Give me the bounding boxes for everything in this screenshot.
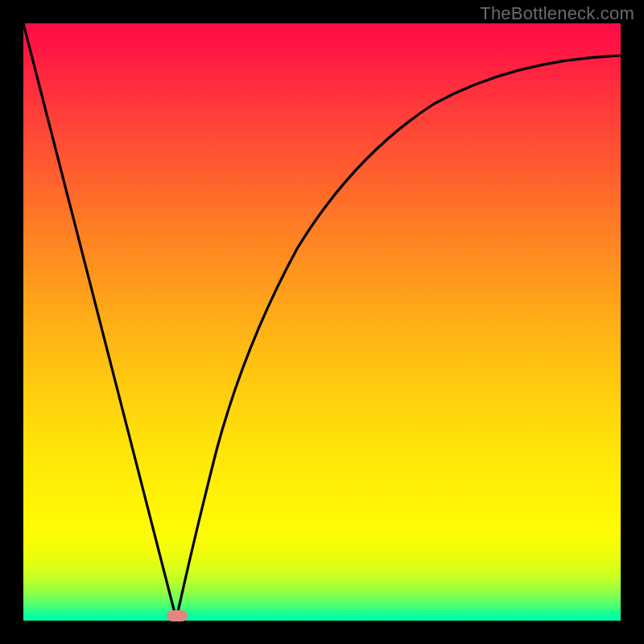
curve-right-branch — [176, 56, 621, 619]
watermark-text: TheBottleneck.com — [480, 3, 634, 24]
bottleneck-curve — [23, 23, 621, 621]
optimal-point-marker — [167, 610, 188, 621]
chart-plot-area — [23, 23, 621, 621]
chart-frame: TheBottleneck.com — [0, 0, 644, 644]
curve-left-branch — [23, 23, 176, 619]
